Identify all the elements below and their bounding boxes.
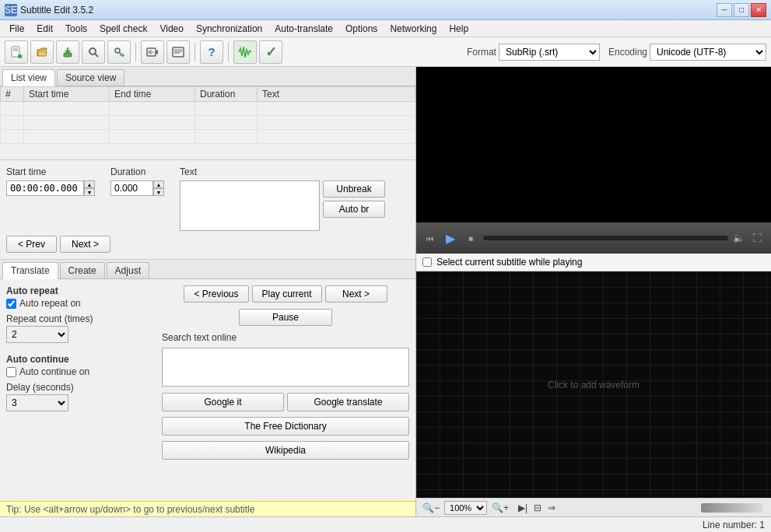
minimize-button[interactable]: ─ <box>717 3 732 17</box>
google-translate-button[interactable]: Google translate <box>287 393 409 411</box>
zoom-in-button[interactable]: 🔍+ <box>490 502 510 513</box>
svg-rect-15 <box>173 47 184 57</box>
wikipedia-button[interactable]: Wikipedia <box>162 441 409 460</box>
start-time-spinners: ▲ ▼ <box>84 180 95 196</box>
help-button[interactable]: ? <box>200 40 223 64</box>
auto-repeat-checkbox[interactable] <box>6 299 16 309</box>
unbreak-button[interactable]: Unbreak <box>323 180 385 198</box>
col-duration: Duration <box>195 87 258 102</box>
zoom-select[interactable]: 50% 75% 100% 150% 200% <box>444 501 487 515</box>
subtitle-button[interactable] <box>166 40 190 64</box>
tip-bar: Tip: Use <alt+arrow up/down> to go to pr… <box>0 501 415 516</box>
menu-autotranslate[interactable]: Auto-translate <box>268 20 339 37</box>
maximize-button[interactable]: □ <box>734 3 749 17</box>
tab-create[interactable]: Create <box>60 262 105 278</box>
play-current-button[interactable]: Play current <box>252 285 322 303</box>
col-text: Text <box>258 87 415 102</box>
svg-text:+: + <box>19 49 23 58</box>
start-time-input[interactable] <box>6 180 84 196</box>
video-controls: ⏮ ▶ ■ 🔈 ⛶ <box>416 222 771 254</box>
svg-line-8 <box>95 54 98 57</box>
encoding-select[interactable]: Unicode (UTF-8) <box>650 44 766 61</box>
col-start: Start time <box>24 87 110 102</box>
menu-networking[interactable]: Networking <box>384 20 443 37</box>
free-dictionary-button[interactable]: The Free Dictionary <box>162 417 409 436</box>
fullscreen-button[interactable]: ⛶ <box>749 230 765 246</box>
subtitle-text-input[interactable] <box>180 180 320 231</box>
start-time-down[interactable]: ▼ <box>84 188 95 196</box>
new-button[interactable]: + <box>5 40 28 64</box>
toolbar: + ? ✓ Format SubRip (.srt) Encoding Unic… <box>0 37 771 67</box>
tab-translate[interactable]: Translate <box>2 262 58 279</box>
table-row[interactable] <box>1 116 415 130</box>
web-search-buttons: Google it Google translate <box>162 393 409 411</box>
bottom-tabs: Translate Create Adjust <box>0 260 415 279</box>
auto-continue-checkbox[interactable] <box>6 367 16 377</box>
skip-back-button[interactable]: ⏮ <box>422 230 438 246</box>
duration-up[interactable]: ▲ <box>153 180 164 188</box>
duration-down[interactable]: ▼ <box>153 188 164 196</box>
subtitle-table: # Start time End time Duration Text <box>0 86 415 144</box>
open-button[interactable] <box>30 40 54 64</box>
prev-button[interactable]: < Prev <box>6 236 57 253</box>
left-panel: List view Source view # Start time End t… <box>0 67 416 516</box>
replace-button[interactable] <box>107 40 131 64</box>
status-bar: Line number: 1 <box>0 516 771 532</box>
search-box[interactable] <box>162 348 409 387</box>
next-button[interactable]: Next > <box>60 236 110 253</box>
menu-file[interactable]: File <box>3 20 30 37</box>
waveform-view-btn[interactable]: ⊟ <box>532 502 543 513</box>
video-area: ⏮ ▶ ■ 🔈 ⛶ <box>416 67 771 254</box>
play-pause-button[interactable]: ▶ <box>443 230 458 246</box>
tab-source-view[interactable]: Source view <box>57 69 124 86</box>
menubar: File Edit Tools Spell check Video Synchr… <box>0 20 771 37</box>
next-translate-button[interactable]: Next > <box>325 285 387 303</box>
video-button[interactable] <box>141 40 164 64</box>
search-button[interactable] <box>82 40 105 64</box>
repeat-count-label: Repeat count (times) <box>6 313 154 324</box>
encoding-label: Encoding <box>608 47 647 58</box>
auto-br-button[interactable]: Auto br <box>323 201 385 218</box>
waveform-area[interactable]: Click to add waveform <box>416 271 771 498</box>
select-subtitle-label: Select current subtitle while playing <box>436 257 582 268</box>
table-row[interactable] <box>1 102 415 116</box>
waveform-button[interactable] <box>233 40 257 64</box>
forward-btn[interactable]: ⇒ <box>546 502 557 513</box>
previous-button[interactable]: < Previous <box>184 285 248 303</box>
menu-help[interactable]: Help <box>443 20 475 37</box>
google-it-button[interactable]: Google it <box>162 393 284 411</box>
format-label: Format <box>467 47 496 58</box>
progress-bar[interactable] <box>483 236 728 240</box>
menu-tools[interactable]: Tools <box>59 20 93 37</box>
menu-options[interactable]: Options <box>339 20 384 37</box>
play-at-cursor-button[interactable]: ▶| <box>517 502 529 513</box>
menu-spellcheck[interactable]: Spell check <box>93 20 153 37</box>
table-row[interactable] <box>1 130 415 144</box>
scroll-indicator[interactable] <box>701 503 763 513</box>
menu-synchronization[interactable]: Synchronization <box>190 20 268 37</box>
tab-adjust[interactable]: Adjust <box>107 262 149 278</box>
checkmark-button[interactable]: ✓ <box>259 40 282 64</box>
start-time-up[interactable]: ▲ <box>84 180 95 188</box>
menu-video[interactable]: Video <box>153 20 189 37</box>
svg-line-10 <box>120 52 122 54</box>
stop-button[interactable]: ■ <box>463 230 478 246</box>
select-subtitle-checkbox[interactable] <box>422 257 432 267</box>
volume-icon: 🔈 <box>733 233 745 243</box>
tip-text: Tip: Use <alt+arrow up/down> to go to pr… <box>6 504 254 515</box>
subtitle-selection-bar: Select current subtitle while playing <box>416 254 771 271</box>
format-select[interactable]: SubRip (.srt) <box>499 44 600 61</box>
zoom-out-button[interactable]: 🔍− <box>421 502 441 513</box>
repeat-count-select[interactable]: 1 2 3 4 5 <box>6 326 68 343</box>
start-time-label: Start time <box>6 166 95 177</box>
delay-select[interactable]: 1 2 3 4 5 <box>6 394 68 411</box>
tab-list-view[interactable]: List view <box>2 69 55 86</box>
menu-edit[interactable]: Edit <box>30 20 59 37</box>
duration-input[interactable] <box>110 180 153 196</box>
svg-point-7 <box>89 48 96 54</box>
close-button[interactable]: ✕ <box>751 3 766 17</box>
waveform-placeholder: Click to add waveform <box>548 380 640 390</box>
pause-button[interactable]: Pause <box>239 309 332 326</box>
search-text-label: Search text online <box>162 332 409 343</box>
download-button[interactable] <box>56 40 79 64</box>
